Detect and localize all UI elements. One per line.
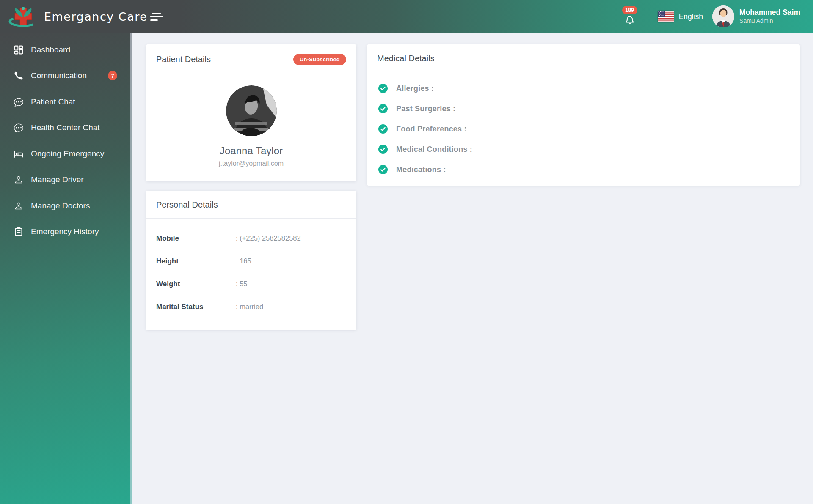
notification-count-badge: 189 — [622, 6, 637, 14]
personal-row-mobile: Mobile : (+225) 2582582582 — [156, 234, 346, 243]
sidebar: Dashboard Communication 7 Patient Chat — [0, 33, 132, 504]
personal-value: : 165 — [236, 257, 251, 265]
sidebar-item-patient-chat[interactable]: Patient Chat — [0, 89, 132, 115]
medical-details-title: Medical Details — [377, 54, 435, 63]
language-flag-us[interactable] — [658, 11, 674, 22]
sidebar-nav: Dashboard Communication 7 Patient Chat — [0, 33, 132, 245]
subscription-status-badge: Un-Subscribed — [293, 54, 346, 65]
sidebar-item-manage-driver[interactable]: Manage Driver — [0, 167, 132, 193]
medical-details-card: Medical Details Allergies : — [367, 44, 800, 186]
sidebar-item-label: Patient Chat — [31, 97, 75, 107]
sidebar-item-label: Communication — [31, 71, 87, 80]
clipboard-icon — [14, 227, 23, 236]
personal-label: Height — [156, 257, 236, 266]
patient-photo — [226, 85, 277, 136]
left-column: Patient Details Un-Subscribed — [146, 44, 356, 330]
main-content: Patient Details Un-Subscribed — [132, 33, 813, 504]
notifications-button[interactable]: 189 — [621, 5, 638, 27]
user-role: Samu Admin — [739, 17, 800, 25]
check-circle-icon — [378, 165, 388, 174]
chat-dots-icon — [14, 97, 23, 107]
brand-name: Emergancy Care — [44, 10, 147, 23]
topbar-right-group: 189 — [621, 5, 813, 27]
personal-label: Mobile — [156, 234, 236, 243]
medical-details-body: Allergies : Past Surgeries : — [367, 72, 800, 186]
sidebar-toggle-button[interactable] — [150, 11, 164, 22]
personal-details-header: Personal Details — [146, 191, 356, 219]
medical-label: Food Preferences : — [396, 125, 467, 134]
right-column: Medical Details Allergies : — [367, 44, 800, 186]
patient-details-header: Patient Details Un-Subscribed — [146, 44, 356, 74]
sidebar-scrollbar[interactable] — [130, 33, 132, 504]
check-circle-icon — [378, 84, 388, 93]
sidebar-item-label: Emergency History — [31, 227, 99, 236]
hospital-bed-icon — [14, 149, 23, 159]
sidebar-item-health-center-chat[interactable]: Health Center Chat — [0, 115, 132, 141]
personal-details-title: Personal Details — [156, 200, 218, 210]
personal-row-height: Height : 165 — [156, 257, 346, 266]
person-icon — [14, 201, 23, 211]
personal-details-body: Mobile : (+225) 2582582582 Height : 165 … — [146, 219, 356, 330]
communication-count-badge: 7 — [108, 71, 117, 80]
medical-item-medical-conditions: Medical Conditions : — [378, 145, 790, 154]
sidebar-item-ongoing-emergency[interactable]: Ongoing Emergency — [0, 141, 132, 167]
user-meta: Mohammed Saim Samu Admin — [739, 8, 800, 25]
medical-details-header: Medical Details — [367, 44, 800, 72]
medical-item-medications: Medications : — [378, 165, 790, 174]
patient-details-body: Joanna Taylor j.taylor@yopmail.com — [146, 74, 356, 181]
personal-label: Marital Status — [156, 303, 236, 311]
sidebar-item-label: Health Center Chat — [31, 123, 100, 132]
personal-row-weight: Weight : 55 — [156, 280, 346, 288]
check-circle-icon — [378, 124, 388, 134]
personal-value: : 55 — [236, 280, 248, 288]
bell-icon — [624, 15, 635, 27]
phone-icon — [14, 71, 23, 80]
patient-details-card: Patient Details Un-Subscribed — [146, 44, 356, 181]
personal-value: : married — [236, 303, 263, 311]
medical-label: Past Surgeries : — [396, 104, 455, 113]
language-selector[interactable]: English — [679, 12, 703, 21]
patient-details-title: Patient Details — [156, 55, 211, 64]
brand-logo[interactable]: Emergancy Care — [0, 0, 132, 33]
user-menu[interactable]: Mohammed Saim Samu Admin — [712, 5, 800, 27]
medical-item-past-surgeries: Past Surgeries : — [378, 104, 790, 113]
topbar: Emergancy Care 189 — [0, 0, 813, 33]
medical-label: Medical Conditions : — [396, 145, 472, 154]
medical-label: Allergies : — [396, 84, 434, 93]
user-avatar — [712, 5, 734, 27]
medical-item-food-preferences: Food Preferences : — [378, 124, 790, 134]
check-circle-icon — [378, 104, 388, 113]
personal-value: : (+225) 2582582582 — [236, 234, 301, 242]
person-icon — [14, 175, 23, 184]
chat-dots-icon — [14, 123, 23, 132]
personal-label: Weight — [156, 280, 236, 288]
patient-name: Joanna Taylor — [220, 145, 283, 157]
sidebar-item-label: Ongoing Emergency — [31, 149, 104, 159]
brand-logo-icon — [6, 3, 41, 30]
dashboard-grid-icon — [14, 45, 23, 55]
sidebar-item-label: Manage Driver — [31, 175, 84, 184]
sidebar-item-label: Manage Doctors — [31, 201, 90, 211]
medical-item-allergies: Allergies : — [378, 84, 790, 93]
personal-row-marital-status: Marital Status : married — [156, 303, 346, 311]
personal-details-card: Personal Details Mobile : (+225) 2582582… — [146, 191, 356, 330]
patient-email: j.taylor@yopmail.com — [219, 160, 284, 167]
sidebar-item-communication[interactable]: Communication 7 — [0, 63, 132, 89]
sidebar-item-emergency-history[interactable]: Emergency History — [0, 219, 132, 245]
medical-label: Medications : — [396, 165, 446, 174]
sidebar-item-label: Dashboard — [31, 45, 70, 55]
check-circle-icon — [378, 145, 388, 154]
sidebar-item-dashboard[interactable]: Dashboard — [0, 37, 132, 63]
sidebar-item-manage-doctors[interactable]: Manage Doctors — [0, 193, 132, 219]
user-name: Mohammed Saim — [739, 8, 800, 17]
